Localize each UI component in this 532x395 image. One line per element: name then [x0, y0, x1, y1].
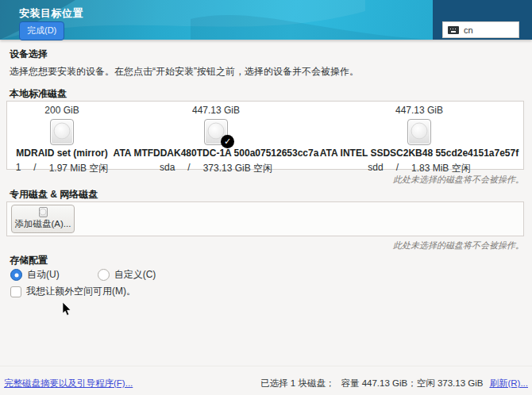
- add-disk-label: 添加磁盘(A)...: [15, 218, 71, 230]
- storage-config-options: 自动(U) 自定义(C): [10, 268, 156, 282]
- disk-device: 1: [16, 162, 21, 175]
- disk-detail: sda / 373.13 GiB 空闲: [160, 162, 272, 175]
- disk-free: 373.13 GiB 空闲: [203, 162, 272, 175]
- installation-destination-screen: 安装目标位置 完成(D) cn 设备选择 选择您想要安装的设备。在您点击“开始安…: [0, 0, 532, 395]
- checkbox-icon[interactable]: [10, 286, 21, 297]
- special-disks-heading: 专用磁盘 & 网络磁盘: [10, 188, 98, 201]
- disk-name: ATA INTEL SSDSC2KB48 55cd2e4151a7e57f: [320, 148, 519, 160]
- device-selection-description: 选择您想要安装的设备。在您点击“开始安装”按钮之前，选择的设备并不会被操作。: [10, 65, 359, 79]
- disk-item-mdraid[interactable]: 200 GiB MDRAID set (mirror) 1 / 1.97 MiB…: [15, 105, 109, 175]
- disk-item-sda[interactable]: 447.13 GiB ATA MTFDDAK480TDC-1A 500a0751…: [120, 105, 312, 175]
- disk-size: 447.13 GiB: [395, 105, 443, 117]
- disk-size: 447.13 GiB: [192, 105, 240, 117]
- storage-config-heading: 存储配置: [10, 254, 48, 267]
- keyboard-layout-label: cn: [464, 25, 473, 35]
- disk-device: sda: [160, 162, 175, 175]
- harddisk-icon: [407, 119, 431, 145]
- add-disk-button[interactable]: 添加磁盘(A)...: [11, 205, 75, 233]
- harddisk-icon: [39, 207, 48, 217]
- footer-bar: 完整磁盘摘要以及引导程序(F)... 已选择 1 块磁盘； 容量 447.13 …: [0, 366, 532, 395]
- radio-label: 自定义(C): [114, 268, 156, 282]
- separator: /: [33, 162, 36, 175]
- disk-detail: 1 / 1.97 MiB 空闲: [16, 162, 109, 175]
- radio-label: 自动(U): [27, 268, 60, 282]
- status-capacity: 容量 447.13 GiB；空闲 373.13 GiB: [341, 378, 483, 389]
- disk-device: sdd: [368, 162, 383, 175]
- radio-unselected-icon[interactable]: [98, 269, 110, 281]
- refresh-link[interactable]: 刷新(R)...: [489, 378, 528, 389]
- keyboard-layout-selector[interactable]: cn: [442, 21, 519, 38]
- radio-option-custom[interactable]: 自定义(C): [98, 268, 156, 282]
- unselected-disks-note-2: 此处未选择的磁盘将不会被操作。: [393, 240, 524, 251]
- selected-check-icon: [221, 135, 234, 148]
- local-disks-panel: 200 GiB MDRAID set (mirror) 1 / 1.97 MiB…: [6, 101, 524, 170]
- disk-summary-link[interactable]: 完整磁盘摘要以及引导程序(F)...: [4, 378, 133, 389]
- disk-name: MDRAID set (mirror): [16, 148, 107, 160]
- footer-status: 已选择 1 块磁盘； 容量 447.13 GiB；空闲 373.13 GiB 刷…: [260, 378, 528, 389]
- disk-free: 1.97 MiB 空闲: [49, 162, 109, 175]
- radio-option-automatic[interactable]: 自动(U): [10, 268, 60, 282]
- status-selected-count: 已选择 1 块磁盘；: [260, 378, 334, 389]
- keyboard-icon: [448, 26, 459, 34]
- disk-name: ATA MTFDDAK480TDC-1A 500a07512653cc7a: [114, 148, 319, 160]
- disk-item-sdd[interactable]: 447.13 GiB ATA INTEL SSDSC2KB48 55cd2e41…: [323, 105, 515, 175]
- disk-size: 200 GiB: [44, 105, 79, 117]
- special-disks-panel: 添加磁盘(A)...: [6, 201, 524, 236]
- device-selection-heading: 设备选择: [10, 48, 48, 61]
- harddisk-icon: [50, 119, 74, 145]
- separator: /: [187, 162, 190, 175]
- checkbox-label: 我想让额外空间可用(M)。: [26, 285, 136, 298]
- radio-selected-icon[interactable]: [10, 269, 22, 281]
- unselected-disks-note: 此处未选择的磁盘将不会被操作。: [393, 174, 524, 186]
- free-space-checkbox-row[interactable]: 我想让额外空间可用(M)。: [10, 285, 136, 298]
- local-disks-heading: 本地标准磁盘: [10, 87, 67, 101]
- done-button[interactable]: 完成(D): [19, 21, 64, 40]
- mouse-cursor-icon: [62, 302, 71, 316]
- header-bar: 安装目标位置 完成(D) cn: [0, 0, 532, 40]
- page-title: 安装目标位置: [19, 6, 83, 21]
